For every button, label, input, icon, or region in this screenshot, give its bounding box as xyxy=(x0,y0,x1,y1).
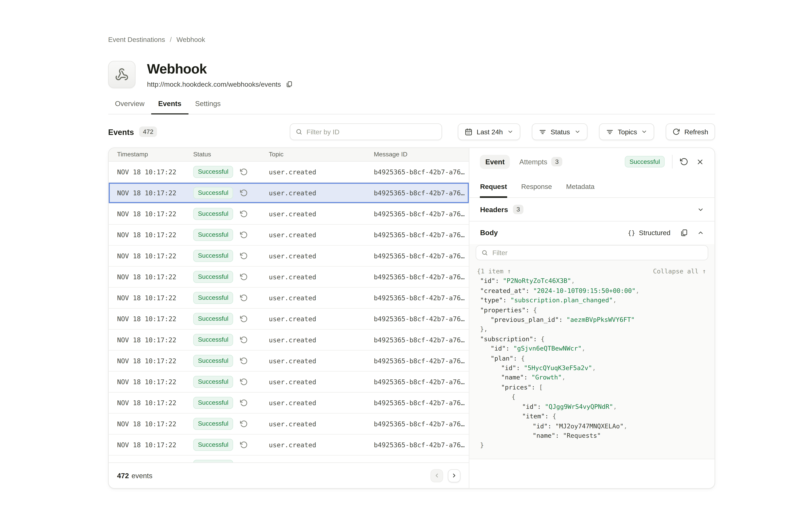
events-card: Timestamp Status Topic Message ID NOV 18… xyxy=(108,148,715,489)
panel-tab-event[interactable]: Event xyxy=(480,155,510,169)
json-line: { xyxy=(476,392,708,402)
retry-event-button[interactable] xyxy=(240,420,248,428)
table-row[interactable]: NOV 18 10:17:22 Successful user.created … xyxy=(109,246,469,267)
table-row[interactable]: NOV 18 10:17:22 Successful user.created … xyxy=(109,414,469,435)
column-topic: Topic xyxy=(269,151,374,158)
json-filter-input[interactable] xyxy=(492,249,702,257)
row-topic: user.created xyxy=(269,378,374,386)
row-message-id: b4925365-b8cf-42b7-a76… xyxy=(374,231,469,239)
table-row[interactable]: NOV 18 10:17:22 Successful user.created … xyxy=(109,225,469,246)
row-topic: user.created xyxy=(269,210,374,218)
retry-event-button[interactable] xyxy=(240,189,248,197)
table-row[interactable]: NOV 18 10:17:22 Successful user.created … xyxy=(109,393,469,414)
time-range-button[interactable]: Last 24h xyxy=(458,124,520,140)
json-line: } xyxy=(476,440,708,450)
json-filter-box[interactable] xyxy=(476,245,708,260)
retry-event-button[interactable] xyxy=(240,315,248,323)
pagination xyxy=(431,469,460,482)
copy-icon xyxy=(680,229,688,237)
table-row[interactable]: NOV 18 10:17:22 Successful user.created … xyxy=(109,455,469,462)
close-panel-button[interactable] xyxy=(696,158,704,166)
row-timestamp: NOV 18 10:17:22 xyxy=(109,399,193,407)
topics-filter-button[interactable]: Topics xyxy=(599,124,655,140)
tab-request[interactable]: Request xyxy=(480,175,507,197)
row-status-badge: Successful xyxy=(193,376,233,388)
status-filter-button[interactable]: Status xyxy=(532,124,587,140)
events-toolbar: Events 472 Last 24h xyxy=(108,124,715,140)
retry-event-button[interactable] xyxy=(240,399,248,407)
collapse-all-button[interactable]: Collapse all ↑ xyxy=(653,267,706,277)
retry-icon xyxy=(240,315,248,323)
breadcrumb-event-destinations[interactable]: Event Destinations xyxy=(108,36,165,44)
table-row[interactable]: NOV 18 10:17:22 Successful user.created … xyxy=(109,350,469,372)
destination-url: http://mock.hookdeck.com/webhooks/events xyxy=(147,80,281,88)
retry-icon xyxy=(240,357,248,365)
previous-page-button[interactable] xyxy=(431,469,443,482)
column-status: Status xyxy=(193,151,269,158)
copy-url-button[interactable] xyxy=(286,81,292,88)
retry-event-button[interactable] xyxy=(240,357,248,365)
column-timestamp: Timestamp xyxy=(109,151,193,158)
json-line: "name": "Growth", xyxy=(476,373,708,383)
refresh-button[interactable]: Refresh xyxy=(666,124,715,140)
next-page-button[interactable] xyxy=(448,469,460,482)
table-row[interactable]: NOV 18 10:17:22 Successful user.created … xyxy=(109,309,469,329)
retry-event-button[interactable] xyxy=(680,157,688,166)
json-line: "item": { xyxy=(476,412,708,421)
json-line: "previous_plan_id": "aezmBVpPksWVY6FT" xyxy=(476,315,708,325)
row-status-badge: Successful xyxy=(193,418,233,430)
collapse-body-button[interactable] xyxy=(697,229,704,236)
json-root-items-label[interactable]: {1 item ↑ xyxy=(477,267,511,277)
table-row[interactable]: NOV 18 10:17:22 Successful user.created … xyxy=(109,435,469,455)
retry-event-button[interactable] xyxy=(240,252,248,260)
table-row[interactable]: NOV 18 10:17:22 Successful user.created … xyxy=(109,329,469,350)
headers-section-toggle[interactable]: Headers 3 xyxy=(470,198,715,222)
retry-event-button[interactable] xyxy=(240,336,248,344)
retry-icon xyxy=(240,189,248,197)
events-heading: Events xyxy=(108,127,134,136)
tab-events[interactable]: Events xyxy=(151,100,188,114)
copy-body-button[interactable] xyxy=(680,229,688,237)
table-row[interactable]: NOV 18 10:17:22 Successful user.created … xyxy=(109,267,469,287)
row-status-badge: Successful xyxy=(193,460,233,462)
retry-event-button[interactable] xyxy=(240,294,248,302)
divider xyxy=(672,155,673,168)
filter-by-id-search[interactable] xyxy=(290,124,442,140)
json-line: "id": "5HycQYuqK3eF5a2v", xyxy=(476,363,708,373)
chevron-down-icon[interactable] xyxy=(697,206,704,213)
table-row[interactable]: NOV 18 10:17:22 Successful user.created … xyxy=(109,287,469,308)
table-row[interactable]: NOV 18 10:17:22 Successful user.created … xyxy=(109,162,469,183)
row-topic: user.created xyxy=(269,336,374,344)
json-line: "id": "P2NoRtyZoTc46X3B", xyxy=(476,276,708,286)
panel-header: Event Attempts 3 Successful xyxy=(470,148,715,175)
filter-by-id-input[interactable] xyxy=(306,128,436,136)
tab-metadata[interactable]: Metadata xyxy=(566,175,594,197)
footer-event-count: 472 xyxy=(117,472,129,480)
json-line: "name": "Requests" xyxy=(476,431,708,440)
row-status-badge: Successful xyxy=(193,313,233,325)
retry-event-button[interactable] xyxy=(240,168,248,176)
row-status-badge: Successful xyxy=(193,334,233,346)
row-timestamp: NOV 18 10:17:22 xyxy=(109,378,193,386)
retry-event-button[interactable] xyxy=(240,441,248,449)
tab-settings[interactable]: Settings xyxy=(188,100,227,114)
destination-tabs: Overview Events Settings xyxy=(108,100,715,114)
json-line: "properties": { xyxy=(476,305,708,315)
row-timestamp: NOV 18 10:17:22 xyxy=(109,231,193,239)
retry-event-button[interactable] xyxy=(240,273,248,281)
row-status-badge: Successful xyxy=(193,208,233,220)
row-message-id: b4925365-b8cf-42b7-a76… xyxy=(374,294,469,302)
tab-response[interactable]: Response xyxy=(521,175,552,197)
table-row[interactable]: NOV 18 10:17:22 Successful user.created … xyxy=(109,183,469,204)
retry-event-button[interactable] xyxy=(240,231,248,239)
row-topic: user.created xyxy=(269,189,374,197)
row-topic: user.created xyxy=(269,168,374,176)
retry-event-button[interactable] xyxy=(240,378,248,386)
tab-overview[interactable]: Overview xyxy=(108,100,151,114)
structured-view-toggle[interactable]: {} Structured xyxy=(628,229,670,237)
panel-tab-attempts[interactable]: Attempts 3 xyxy=(519,157,562,167)
table-row[interactable]: NOV 18 10:17:22 Successful user.created … xyxy=(109,372,469,393)
retry-event-button[interactable] xyxy=(240,210,248,218)
request-response-tabs: Request Response Metadata xyxy=(470,175,715,198)
table-row[interactable]: NOV 18 10:17:22 Successful user.created … xyxy=(109,204,469,225)
